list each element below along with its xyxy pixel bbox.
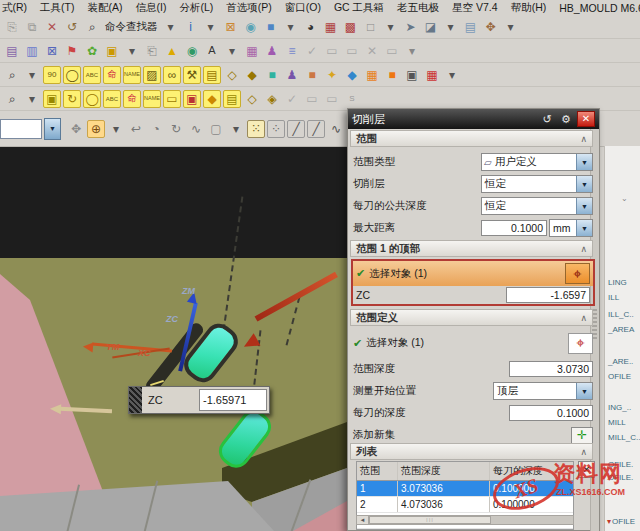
point-dialog-icon[interactable]: ⌖ xyxy=(565,263,590,284)
scrollbar-handle[interactable]: ⁞⁞⁞ xyxy=(369,516,491,524)
navigator-list-item[interactable]: ▾OFILE xyxy=(607,517,635,526)
navigator-list-item[interactable]: MILL xyxy=(607,418,626,427)
copy-icon[interactable]: ⧉ xyxy=(23,18,41,36)
text-dropdown-icon[interactable]: ▾ xyxy=(223,42,241,60)
navigator-list-item[interactable]: _ARE.. xyxy=(607,357,633,366)
menu-help[interactable]: 帮助(H) xyxy=(511,1,547,15)
hand-icon[interactable]: ✥ xyxy=(67,120,85,138)
plus-rotate-icon[interactable]: ↻ xyxy=(167,120,185,138)
swap-icon[interactable]: ↩ xyxy=(127,120,145,138)
name-stamp-icon[interactable]: NAME xyxy=(123,66,141,84)
section-header-list[interactable]: 列表 ∧ xyxy=(350,443,593,460)
menu-gc-toolbox[interactable]: GC 工具箱 xyxy=(334,1,384,15)
max-distance-input[interactable]: 0.1000 xyxy=(481,220,547,236)
abc2-icon[interactable]: ABC xyxy=(103,90,121,108)
red-grid-dropdown-icon[interactable]: ▾ xyxy=(443,66,461,84)
snap-dropdown-icon[interactable]: ▾ xyxy=(107,120,125,138)
view-dropdown-icon[interactable]: ▾ xyxy=(282,18,300,36)
tilt2-solid-icon[interactable]: ◈ xyxy=(263,90,281,108)
measure-start-combo[interactable]: 顶层 ▼ xyxy=(493,382,593,400)
circle-icon[interactable]: ◯ xyxy=(83,90,101,108)
gray-box-icon[interactable]: ▭ xyxy=(323,42,341,60)
gray-cross-icon[interactable]: ✕ xyxy=(363,42,381,60)
gray-check2-icon[interactable]: ✓ xyxy=(283,90,301,108)
gold-spark-icon[interactable]: ✦ xyxy=(323,66,341,84)
navigator-list-item[interactable]: LING xyxy=(607,278,627,287)
snap-point-icon[interactable]: ⊕ xyxy=(87,120,105,138)
chevron-down-icon[interactable]: ⌄ xyxy=(621,194,628,203)
command-finder-dropdown-icon[interactable]: ▾ xyxy=(162,18,180,36)
common-depth-combo[interactable]: 恒定 ▼ xyxy=(481,197,593,215)
add-new-set-icon[interactable]: ✛ xyxy=(571,427,593,444)
line-point-snap-icon[interactable]: ╱ xyxy=(307,120,325,138)
paste-icon[interactable]: ⎘ xyxy=(3,18,21,36)
gray-tool2-icon[interactable]: ▭ xyxy=(323,90,341,108)
shaded-view-icon[interactable]: ■ xyxy=(262,18,280,36)
pie-display-icon[interactable]: ◕ xyxy=(302,18,320,36)
navigator-list-item[interactable]: ILL xyxy=(607,293,619,302)
navigator-list-item[interactable]: OFILE xyxy=(607,372,631,381)
range-depth-input[interactable]: 3.0730 xyxy=(509,361,593,377)
table-row[interactable]: 1 3.073036 0.100000 xyxy=(357,481,573,497)
list-lines-icon[interactable]: ≡ xyxy=(283,42,301,60)
table-row[interactable]: 2 4.073036 0.100000 xyxy=(357,497,573,513)
no-selection-icon[interactable]: ⊠ xyxy=(43,42,61,60)
scatter-points-icon[interactable]: ⁘ xyxy=(267,120,285,138)
collapse-icon[interactable]: ∧ xyxy=(580,244,587,254)
basket-icon[interactable]: ▣ xyxy=(103,42,121,60)
film-icon[interactable]: ▥ xyxy=(23,42,41,60)
remove-row-icon[interactable]: ✕ xyxy=(578,461,595,478)
point-dialog-icon[interactable]: ⌖ xyxy=(568,333,593,354)
command-red-icon[interactable]: 命 xyxy=(103,66,121,84)
person-icon[interactable]: ♟ xyxy=(263,42,281,60)
bell-icon[interactable]: ▲ xyxy=(163,42,181,60)
gear-icon[interactable]: ⚙ xyxy=(558,112,574,126)
unit-combo[interactable]: mm ▼ xyxy=(549,219,593,237)
pencil-box-icon[interactable]: ▣ xyxy=(43,90,61,108)
dialog-title-bar[interactable]: 切削层 ↺ ⚙ ✕ xyxy=(348,109,599,129)
document2-icon[interactable]: ▤ xyxy=(223,90,241,108)
orange-grid-icon[interactable]: ▦ xyxy=(363,66,381,84)
window-box-icon[interactable]: ⊠ xyxy=(222,18,240,36)
spline-snap-icon[interactable]: ∿ xyxy=(327,120,345,138)
sheet-icon[interactable]: ▤ xyxy=(462,18,480,36)
chevron-down-icon[interactable]: ▼ xyxy=(576,176,592,192)
binocular-icon[interactable]: ∞ xyxy=(163,66,181,84)
table-horizontal-scrollbar[interactable]: ◄ ⁞⁞⁞ xyxy=(356,515,574,525)
gray-s-icon[interactable]: S xyxy=(343,90,361,108)
chevron-down-icon[interactable]: ▼ xyxy=(576,154,592,170)
name-stamp2-icon[interactable]: NAME xyxy=(143,90,161,108)
tilt-box-solid-icon[interactable]: ◆ xyxy=(243,66,261,84)
menu-hb-mould[interactable]: HB_MOULD M6.6 xyxy=(559,2,640,14)
menu-preferences[interactable]: 首选项(P) xyxy=(226,1,272,15)
navigator-list-item[interactable]: OFILE. xyxy=(607,460,633,469)
rotate-ball-icon[interactable]: ◔ xyxy=(147,120,165,138)
gray-tool-icon[interactable]: ▭ xyxy=(303,90,321,108)
dashed-box-dropdown-icon[interactable]: ▾ xyxy=(227,120,245,138)
close-icon[interactable]: ✕ xyxy=(577,111,595,127)
text-tool-icon[interactable]: A xyxy=(203,42,221,60)
move-dropdown-icon[interactable]: ▾ xyxy=(502,18,520,36)
command-red2-icon[interactable]: 命 xyxy=(123,90,141,108)
orient-view-icon[interactable]: ➤ xyxy=(402,18,420,36)
cut-layers-combo[interactable]: 恒定 ▼ xyxy=(481,175,593,193)
printer-icon[interactable]: ▣ xyxy=(403,66,421,84)
line-snap-icon[interactable]: ╱ xyxy=(287,120,305,138)
menu-assembly[interactable]: 装配(A) xyxy=(88,1,123,15)
layer-settings-icon[interactable]: ▤ xyxy=(3,42,21,60)
move-object-icon[interactable]: ✥ xyxy=(482,18,500,36)
curve-icon[interactable]: ∿ xyxy=(187,120,205,138)
gray-box2-icon[interactable]: ▭ xyxy=(343,42,361,60)
shield-icon[interactable]: ◆ xyxy=(203,90,221,108)
gray-box3-icon[interactable]: ▭ xyxy=(383,42,401,60)
cube-doc-icon[interactable]: ■ xyxy=(303,66,321,84)
zc-float-value-input[interactable]: -1.65971 xyxy=(199,389,267,411)
info-dropdown-icon[interactable]: ▾ xyxy=(202,18,220,36)
tilt2-box-icon[interactable]: ◇ xyxy=(243,90,261,108)
scroll-left-icon[interactable]: ◄ xyxy=(357,516,369,524)
chevron-down-icon[interactable]: ▼ xyxy=(576,198,592,214)
clip-section-icon[interactable]: ◪ xyxy=(422,18,440,36)
abc-icon[interactable]: ABC xyxy=(83,66,101,84)
collapse-icon[interactable]: ∧ xyxy=(580,447,587,457)
undo-icon[interactable]: ↺ xyxy=(63,18,81,36)
